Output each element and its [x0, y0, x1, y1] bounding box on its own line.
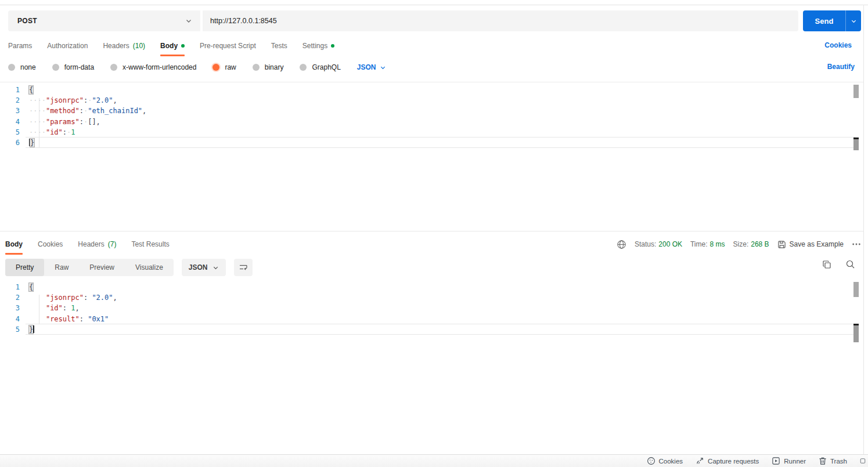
trash-icon	[819, 457, 827, 465]
size-badge[interactable]: Size: 268 B	[733, 240, 769, 248]
network-globe-icon[interactable]	[617, 240, 626, 249]
chevron-down-icon	[185, 17, 192, 24]
code-line[interactable]: 5}	[0, 324, 863, 335]
cookie-icon	[647, 457, 655, 465]
view-visualize[interactable]: Visualize	[125, 259, 174, 276]
indent-guide	[39, 98, 39, 148]
response-editor-scrollbar[interactable]	[853, 282, 859, 297]
line-number: 3	[0, 106, 26, 116]
url-row: POST http://127.0.0.1:8545 Send	[0, 5, 863, 37]
indent-guide	[39, 295, 39, 324]
chevron-down-icon	[380, 64, 386, 71]
request-tabs: Params Authorization Headers(10) Body Pr…	[0, 37, 863, 55]
tab-authorization[interactable]: Authorization	[47, 38, 88, 53]
body-type-none[interactable]: none	[8, 63, 36, 71]
code-line[interactable]: 3 "id": 1,	[0, 303, 863, 313]
statusbar-trash-button[interactable]: Trash	[819, 457, 847, 465]
radio-icon	[52, 64, 59, 71]
code-line[interactable]: 4 "result": "0x1"	[0, 314, 863, 324]
body-type-binary[interactable]: binary	[253, 63, 284, 71]
response-tab-cookies[interactable]: Cookies	[38, 237, 63, 252]
code-line[interactable]: 1{	[0, 282, 863, 292]
line-number: 6	[0, 137, 26, 148]
save-as-example-button[interactable]: Save as Example	[777, 240, 844, 249]
tab-pre-request-script[interactable]: Pre-request Script	[200, 38, 256, 53]
url-input[interactable]: http://127.0.0.1:8545	[203, 10, 798, 31]
body-type-form-data[interactable]: form-data	[52, 63, 94, 71]
time-badge[interactable]: Time: 8 ms	[690, 240, 725, 248]
settings-modified-dot	[331, 44, 334, 48]
view-pretty[interactable]: Pretty	[5, 259, 44, 276]
response-meta: Status: 200 OK Time: 8 ms Size: 268 B Sa…	[617, 234, 861, 255]
tab-params[interactable]: Params	[8, 38, 32, 53]
request-body-editor[interactable]: 1{2····"jsonrpc":·"2.0",3····"method":·"…	[0, 82, 863, 231]
line-number: 2	[0, 95, 26, 106]
search-icon[interactable]	[845, 259, 855, 269]
statusbar-partial-icon[interactable]	[860, 457, 866, 465]
view-preview[interactable]: Preview	[79, 259, 125, 276]
send-options-button[interactable]	[846, 10, 861, 31]
status-bar: Cookies Capture requests Runner	[0, 454, 868, 467]
statusbar-runner-button[interactable]: Runner	[772, 457, 806, 465]
code-line[interactable]: 1{	[0, 85, 863, 95]
body-type-raw[interactable]: raw	[213, 63, 236, 71]
copy-icon[interactable]	[822, 260, 831, 269]
cookies-link[interactable]: Cookies	[824, 41, 852, 49]
response-tools	[822, 259, 855, 269]
top-divider	[0, 0, 868, 5]
method-label: POST	[17, 17, 37, 25]
response-language-select[interactable]: JSON	[182, 259, 226, 276]
radio-icon	[8, 64, 15, 71]
code-line[interactable]: 4····"params":·[],	[0, 117, 863, 127]
line-number: 1	[0, 85, 26, 95]
radio-selected-icon	[213, 64, 219, 71]
line-number: 2	[0, 292, 26, 303]
response-body-editor[interactable]: 1{2 "jsonrpc": "2.0",3 "id": 1,4 "result…	[0, 282, 863, 450]
send-label[interactable]: Send	[803, 10, 846, 31]
runner-icon	[772, 457, 780, 465]
status-badge[interactable]: Status: 200 OK	[635, 240, 682, 248]
response-view-switcher: Pretty Raw Preview Visualize	[5, 259, 174, 276]
statusbar-capture-requests-button[interactable]: Capture requests	[696, 457, 759, 465]
line-number: 5	[0, 127, 26, 137]
chevron-down-icon	[213, 265, 219, 271]
send-button[interactable]: Send	[803, 10, 861, 31]
tab-tests[interactable]: Tests	[271, 38, 287, 53]
code-line[interactable]: 3····"method":·"eth_chainId",	[0, 106, 863, 116]
beautify-link[interactable]: Beautify	[827, 63, 855, 71]
line-number: 5	[0, 324, 26, 335]
tab-headers[interactable]: Headers(10)	[103, 38, 145, 53]
scrollbar-selection-mark	[853, 139, 859, 150]
more-options-icon[interactable]	[852, 242, 861, 246]
response-tab-test-results[interactable]: Test Results	[131, 237, 169, 252]
response-toolbar: Pretty Raw Preview Visualize JSON	[0, 258, 863, 277]
body-type-x-www-form-urlencoded[interactable]: x-www-form-urlencoded	[110, 63, 196, 71]
response-tab-headers[interactable]: Headers(7)	[78, 237, 116, 252]
code-line[interactable]: 5····"id":·1	[0, 127, 863, 137]
method-select[interactable]: POST	[8, 10, 200, 31]
code-line[interactable]: 2····"jsonrpc":·"2.0",	[0, 95, 863, 106]
view-raw[interactable]: Raw	[44, 259, 79, 276]
tab-settings[interactable]: Settings	[302, 38, 334, 53]
radio-icon	[300, 64, 307, 71]
code-line[interactable]: 6}	[0, 137, 863, 148]
radio-icon	[110, 64, 117, 71]
body-type-graphql[interactable]: GraphQL	[300, 63, 340, 71]
right-sidebar-rail	[863, 5, 868, 454]
line-number: 3	[0, 303, 26, 313]
scrollbar-selection-mark	[853, 325, 859, 342]
postman-request-view: POST http://127.0.0.1:8545 Send Params A…	[0, 0, 868, 467]
response-tab-body[interactable]: Body	[5, 237, 23, 252]
tab-body[interactable]: Body	[160, 38, 185, 53]
request-editor-scrollbar[interactable]	[853, 85, 859, 98]
code-line[interactable]: 2 "jsonrpc": "2.0",	[0, 292, 863, 303]
line-number: 4	[0, 314, 26, 324]
body-modified-dot	[181, 44, 185, 48]
save-icon	[777, 240, 786, 249]
wrap-lines-button[interactable]	[234, 259, 253, 276]
statusbar-cookies-button[interactable]: Cookies	[647, 457, 683, 465]
body-type-row: none form-data x-www-form-urlencoded raw…	[0, 58, 863, 77]
line-number: 4	[0, 117, 26, 127]
line-number: 1	[0, 282, 26, 292]
raw-language-select[interactable]: JSON	[357, 63, 386, 71]
